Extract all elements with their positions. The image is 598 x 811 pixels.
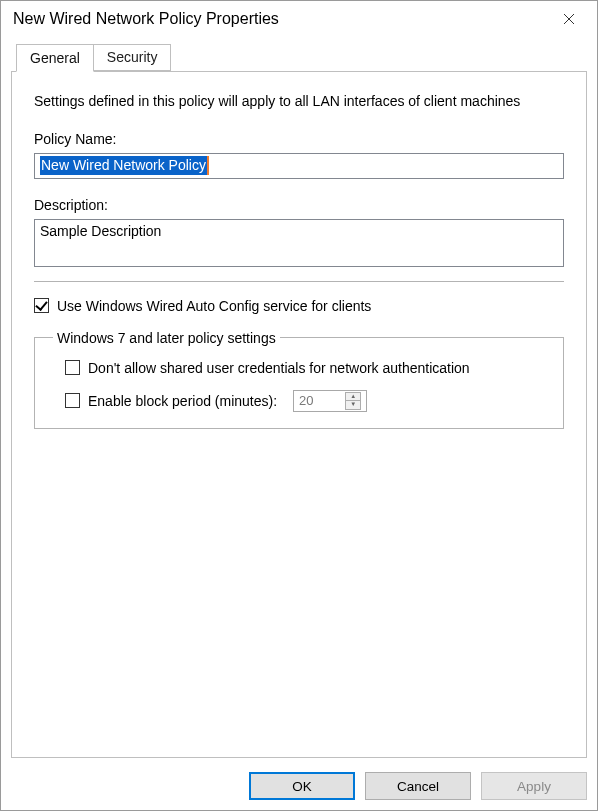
spinner-down-icon: ▼: [345, 401, 361, 410]
tab-panel-general: Settings defined in this policy will app…: [11, 71, 587, 758]
enable-block-checkbox[interactable]: [65, 393, 80, 408]
no-shared-creds-label: Don't allow shared user credentials for …: [88, 360, 470, 376]
description-input[interactable]: Sample Description: [34, 219, 564, 267]
description-value: Sample Description: [40, 223, 161, 239]
enable-block-row[interactable]: Enable block period (minutes): 20 ▲ ▼: [65, 390, 545, 412]
win7-group-legend: Windows 7 and later policy settings: [53, 330, 280, 346]
policy-name-input[interactable]: New Wired Network Policy: [34, 153, 564, 179]
separator: [34, 281, 564, 282]
title-bar: New Wired Network Policy Properties: [1, 1, 597, 37]
policy-name-label: Policy Name:: [34, 131, 564, 147]
policy-name-value: New Wired Network Policy: [40, 156, 209, 175]
intro-text: Settings defined in this policy will app…: [34, 92, 564, 111]
dialog-window: New Wired Network Policy Properties Gene…: [0, 0, 598, 811]
win7-group: Windows 7 and later policy settings Don'…: [34, 330, 564, 429]
block-period-value: 20: [299, 393, 313, 408]
cancel-button[interactable]: Cancel: [365, 772, 471, 800]
close-icon: [563, 13, 575, 25]
tab-strip: General Security: [16, 41, 587, 71]
block-period-wrap: 20 ▲ ▼: [293, 390, 367, 412]
autoconfig-label: Use Windows Wired Auto Config service fo…: [57, 298, 371, 314]
apply-button: Apply: [481, 772, 587, 800]
no-shared-creds-checkbox[interactable]: [65, 360, 80, 375]
no-shared-creds-row[interactable]: Don't allow shared user credentials for …: [65, 360, 545, 376]
tab-general[interactable]: General: [16, 44, 94, 72]
content-area: General Security Settings defined in thi…: [1, 37, 597, 764]
spinner-up-icon: ▲: [345, 392, 361, 401]
close-button[interactable]: [547, 4, 591, 34]
autoconfig-checkbox[interactable]: [34, 298, 49, 313]
autoconfig-row[interactable]: Use Windows Wired Auto Config service fo…: [34, 298, 564, 314]
enable-block-label: Enable block period (minutes):: [88, 393, 277, 409]
spinner-buttons: ▲ ▼: [345, 392, 361, 410]
ok-button[interactable]: OK: [249, 772, 355, 800]
block-period-spinner: 20 ▲ ▼: [293, 390, 367, 412]
dialog-button-row: OK Cancel Apply: [1, 764, 597, 810]
description-label: Description:: [34, 197, 564, 213]
tab-security[interactable]: Security: [94, 44, 172, 71]
window-title: New Wired Network Policy Properties: [13, 10, 279, 28]
